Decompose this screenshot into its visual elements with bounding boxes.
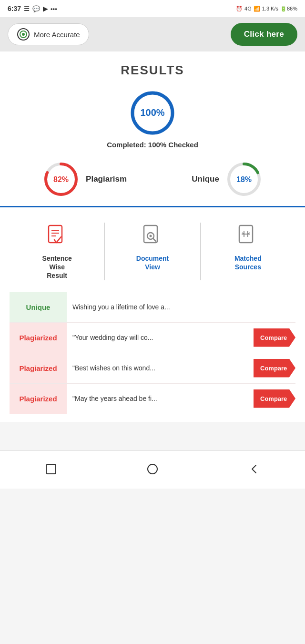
unique-item: Unique 18%	[192, 160, 263, 198]
signal-icon: 📶	[254, 6, 260, 12]
more-accurate-button[interactable]: More Accurate	[8, 23, 89, 45]
svg-line-15	[153, 238, 156, 241]
spacer	[0, 422, 305, 450]
matched-sources-button[interactable]: MatchedSources	[200, 223, 295, 280]
result-snippet-3: "May the years ahead be fi...	[67, 389, 254, 408]
time: 6:37	[8, 5, 21, 12]
result-row-3: Plagiarized "May the years ahead be fi..…	[10, 384, 295, 414]
icons-row: SentenceWiseResult DocumentView MatchedS…	[10, 207, 295, 292]
document-view-icon	[139, 223, 166, 249]
compare-button-1[interactable]: Compare	[254, 328, 295, 347]
nav-back-button[interactable]	[238, 459, 270, 481]
top-bar: More Accurate Click here	[0, 17, 305, 51]
completed-circle-container: 100% Completed: 100% Checked	[10, 89, 295, 149]
status-left: 6:37 ☰ 💬 ▶ •••	[8, 5, 57, 12]
svg-point-2	[22, 33, 25, 36]
main-content: RESULTS 100% Completed: 100% Checked 82%…	[0, 51, 305, 422]
sentence-wise-label: SentenceWiseResult	[42, 254, 72, 280]
sentence-wise-icon	[44, 223, 71, 249]
results-list: Unique Wishing you a lifetime of love a.…	[10, 292, 295, 414]
matched-sources-icon	[234, 223, 261, 249]
back-icon	[247, 462, 261, 476]
plagiarism-item: 82% Plagiarism	[42, 160, 127, 198]
result-snippet-2: "Best wishes on this wond...	[67, 358, 254, 378]
plagiarism-percent-text: 82%	[53, 175, 69, 184]
plagiarism-circle: 82%	[42, 160, 80, 198]
click-here-button[interactable]: Click here	[231, 23, 297, 46]
sentence-wise-button[interactable]: SentenceWiseResult	[10, 223, 104, 280]
more-icon: •••	[51, 5, 57, 12]
svg-rect-21	[46, 464, 56, 474]
status-bar: 6:37 ☰ 💬 ▶ ••• ⏰ 4G 📶 1.3 K/s 🔋86%	[0, 0, 305, 17]
notification-icon: ☰	[24, 5, 30, 12]
result-row-2: Plagiarized "Best wishes on this wond...…	[10, 353, 295, 384]
square-icon	[44, 462, 58, 476]
target-icon	[17, 28, 30, 41]
result-row-0: Unique Wishing you a lifetime of love a.…	[10, 292, 295, 323]
unique-percent-text: 18%	[236, 175, 252, 184]
svg-rect-9	[49, 225, 62, 243]
document-view-label: DocumentView	[136, 254, 169, 271]
youtube-icon: ▶	[43, 5, 48, 12]
bottom-nav	[0, 450, 305, 489]
circle-icon	[146, 462, 159, 476]
status-right: ⏰ 4G 📶 1.3 K/s 🔋86%	[236, 6, 297, 12]
network-icon: 4G	[244, 6, 252, 11]
unique-circle: 18%	[225, 160, 263, 198]
compare-button-3[interactable]: Compare	[254, 389, 295, 408]
completed-label: Completed: 100% Checked	[107, 141, 198, 149]
svg-point-22	[148, 464, 157, 474]
completed-percent-text: 100%	[140, 107, 164, 118]
compare-button-2[interactable]: Compare	[254, 359, 295, 378]
result-tag-plagiarized-1: Plagiarized	[10, 323, 67, 353]
battery-icon: 🔋86%	[280, 6, 297, 12]
nav-square-button[interactable]	[35, 459, 67, 481]
result-row-1: Plagiarized "Your wedding day will co...…	[10, 323, 295, 353]
speed-icon: 1.3 K/s	[262, 6, 278, 11]
alarm-icon: ⏰	[236, 6, 243, 12]
unique-label: Unique	[192, 174, 219, 184]
nav-home-button[interactable]	[136, 459, 169, 481]
whatsapp-icon: 💬	[32, 5, 40, 12]
plag-unique-row: 82% Plagiarism Unique 18%	[10, 160, 295, 198]
result-tag-plagiarized-3: Plagiarized	[10, 384, 67, 414]
result-snippet-1: "Your wedding day will co...	[67, 328, 254, 347]
result-tag-plagiarized-2: Plagiarized	[10, 353, 67, 383]
result-tag-unique: Unique	[10, 292, 67, 322]
matched-sources-label: MatchedSources	[234, 254, 262, 271]
results-title: RESULTS	[10, 63, 295, 78]
document-view-button[interactable]: DocumentView	[104, 223, 200, 280]
plagiarism-label: Plagiarism	[86, 174, 127, 184]
result-snippet-0: Wishing you a lifetime of love a...	[67, 297, 295, 317]
svg-point-16	[149, 235, 152, 237]
completed-circle: 100%	[129, 89, 176, 137]
more-accurate-label: More Accurate	[34, 31, 80, 39]
